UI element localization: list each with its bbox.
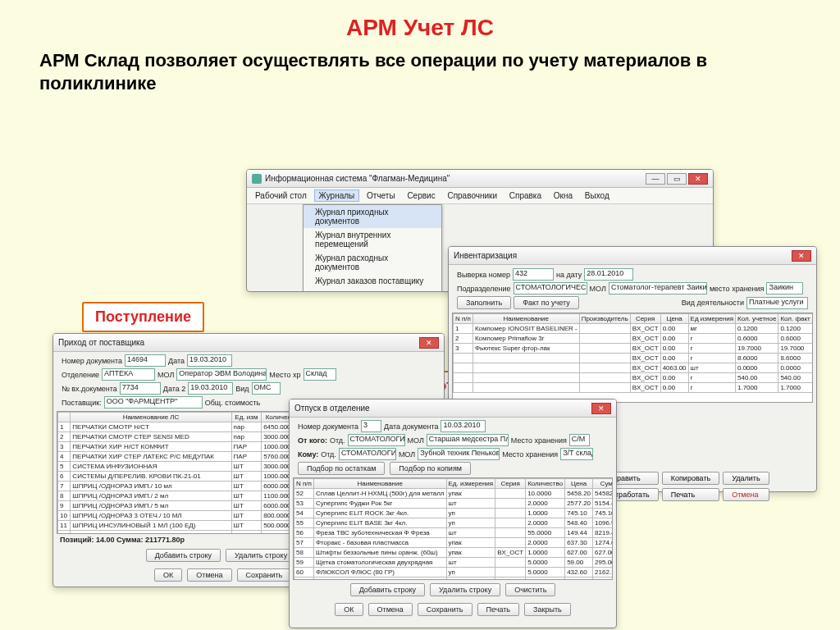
menu-service[interactable]: Сервис — [402, 189, 440, 202]
menu-windows[interactable]: Окна — [549, 189, 578, 202]
inv-fill-btn[interactable]: Заполнить — [457, 296, 511, 309]
inv-act[interactable]: Платные услуги — [746, 297, 808, 309]
menu-exit[interactable]: Выход — [580, 189, 614, 202]
dis-close[interactable]: ✕ — [591, 403, 611, 414]
journals-dropdown[interactable]: Журнал приходных документов Журнал внутр… — [303, 204, 442, 292]
inv-fact-btn[interactable]: Факт по учету — [514, 296, 579, 309]
menu-reports[interactable]: Отчеты — [362, 189, 400, 202]
dis-add[interactable]: Добавить строку — [350, 583, 425, 596]
dis-print[interactable]: Печать — [477, 603, 519, 616]
inv-store[interactable]: Заикин — [766, 282, 803, 294]
dropdown-expense[interactable]: Журнал расходных документов — [304, 251, 441, 274]
menu-journals[interactable]: Журналы — [314, 189, 360, 202]
side-copy[interactable]: Копировать — [662, 472, 719, 485]
inv-store-label: место хранения — [710, 285, 765, 293]
table-row[interactable]: 2Компомер Primaflow 3гBX_OCT0.00г0.60000… — [454, 334, 814, 344]
rec-close[interactable]: ✕ — [419, 337, 439, 349]
rec-date2[interactable]: 19.03.2010 — [188, 382, 233, 395]
slide-title: АРМ Учет ЛС — [0, 0, 840, 41]
dis-tstore[interactable]: З/Т склад — [560, 448, 593, 460]
rec-tot-l: Общ. стоимость — [205, 399, 261, 407]
dis-tmol[interactable]: Зубной техник Пеньков Н В — [418, 448, 500, 460]
menu-directories[interactable]: Справочники — [442, 189, 502, 202]
inv-checkno[interactable]: 432 — [513, 268, 554, 281]
rec-ok[interactable]: ОК — [154, 568, 182, 582]
dropdown-inventory[interactable]: Инвентаризация — [304, 288, 441, 292]
dis-fmol-l: МОЛ — [408, 436, 424, 445]
table-row[interactable]: BX_OCT0.00г8.60008.60000.00000.0000 — [454, 354, 814, 363]
rec-save[interactable]: Сохранить — [237, 568, 292, 582]
dis-save[interactable]: Сохранить — [418, 603, 472, 616]
rec-docno[interactable]: 14694 — [125, 354, 166, 367]
rec-add[interactable]: Добавить строку — [146, 549, 221, 562]
rec-pay[interactable]: ОМС — [252, 382, 281, 395]
menu-help[interactable]: Справка — [504, 189, 546, 202]
dis-date[interactable]: 10.03.2010 — [441, 420, 486, 432]
table-row[interactable]: 59Щетка стоматологическая двухряднаяшт5.… — [294, 558, 614, 568]
table-row[interactable]: 54Супергипс ELIT ROCK 3кг 4кл.уп1.000074… — [294, 509, 614, 518]
rec-del[interactable]: Удалить строку — [226, 549, 296, 562]
rec-mol-l: МОЛ — [158, 371, 174, 379]
main-title: Информационная система "Флагман-Медицина… — [265, 174, 450, 183]
dis-tdept[interactable]: СТОМАТОЛОГИЧ — [339, 448, 396, 460]
dis-del[interactable]: Удалить строку — [430, 583, 500, 596]
table-row[interactable]: BX_OCT0.00г540.00540.000.00000.0000 — [454, 373, 814, 383]
dropdown-internal[interactable]: Журнал внутренних перемещений — [304, 228, 441, 251]
inv-table[interactable]: N п/пНаименованиеПроизводительСерияЦенаЕ… — [453, 313, 813, 393]
inv-close[interactable]: ✕ — [792, 250, 811, 262]
app-icon — [252, 174, 262, 184]
table-row[interactable]: 55Супергипс ELIT BASE 3кг 4кл.уп2.000054… — [294, 518, 614, 528]
rec-pay-l: Вид — [235, 385, 249, 393]
table-row[interactable]: 57Фторакс - базовая пластмассаупак2.0000… — [294, 538, 614, 548]
close-button[interactable]: ✕ — [688, 173, 708, 185]
dis-closeb[interactable]: Закрыть — [524, 603, 571, 616]
inv-dept[interactable]: СТОМАТОЛОГИЧЕС — [514, 282, 587, 294]
rec-dept-l: Отделение — [62, 371, 99, 379]
rec-supplier[interactable]: ООО "ФАРМЦЕНТР" — [104, 396, 203, 409]
dropdown-income[interactable]: Журнал приходных документов — [304, 205, 441, 228]
rec-store[interactable]: Склад — [304, 368, 336, 381]
dis-fdept[interactable]: СТОМАТОЛОГИЧ — [348, 434, 405, 446]
max-button[interactable]: ▭ — [667, 173, 687, 185]
dis-table[interactable]: N п/пНаименованиеЕд. измеренияСерияКолич… — [294, 478, 613, 580]
table-row[interactable]: 52Сплав Целлит-Н НХМЦ (500г) для металлу… — [294, 489, 614, 499]
rec-title: Приход от поставщика — [58, 338, 144, 347]
table-row[interactable]: 1Компомер IONOSIT BASELINER -BX_OCT0.00м… — [454, 324, 814, 334]
rec-invno[interactable]: 7734 — [120, 382, 161, 395]
table-row[interactable]: 56Фреза ТВС зуботехническая Ф Фрезашт55.… — [294, 528, 614, 538]
rec-date2-l: Дата 2 — [163, 385, 185, 393]
side-delete[interactable]: Удалить — [723, 472, 769, 485]
rec-mol[interactable]: Оператор ЭВМ Володина А.С — [176, 368, 267, 381]
inv-mol[interactable]: Стоматолог-терапевт Заикин С — [609, 282, 707, 294]
table-row[interactable]: 60ФЛЮКСОЛ ФЛЮС (80 ГР)уп5.0000432.602162… — [294, 568, 614, 578]
side-print[interactable]: Печать — [662, 488, 719, 501]
min-button[interactable]: — — [646, 173, 665, 185]
inv-act-label: Вид деятельности — [682, 299, 744, 307]
table-row[interactable]: 3Фьютекс Super фтор-лакBX_OCT0.00г19.700… — [454, 344, 814, 354]
inv-date-label: на дату — [556, 271, 582, 279]
dis-pickcopy[interactable]: Подбор по копиям — [390, 462, 471, 475]
rec-undo[interactable]: Отмена — [187, 568, 231, 582]
dis-docno[interactable]: 3 — [361, 420, 381, 432]
dis-tdept-l: Отд. — [321, 450, 336, 459]
dropdown-orders[interactable]: Журнал заказов поставщику — [304, 274, 441, 288]
rec-date[interactable]: 19.03.2010 — [187, 354, 232, 367]
inv-date[interactable]: 28.01.2010 — [584, 268, 633, 281]
table-row[interactable]: BX_OCT4063.00шт0.00000.00000.00000.0000 — [454, 363, 814, 373]
table-row[interactable]: 58Штифты беззольные пины оранж. (60ш)упа… — [294, 548, 614, 558]
dis-pickrem[interactable]: Подбор по остаткам — [298, 462, 385, 475]
dis-fmol[interactable]: Старшая медсестра Платонова — [427, 434, 509, 446]
menu-desktop[interactable]: Рабочий стол — [250, 189, 312, 202]
table-row[interactable]: BX_OCT0.00г1.70001.70000.00000.0000 — [454, 383, 814, 393]
inv-checkno-label: Выверка номер — [457, 271, 510, 279]
rec-supp-l: Поставщик: — [62, 399, 102, 407]
dis-fstore[interactable]: С/М — [569, 434, 590, 446]
table-row[interactable]: 53Супергипс Фуджи Рок 5кгшт2.00002577.20… — [294, 499, 614, 509]
side-cancel[interactable]: Отмена — [723, 488, 769, 501]
main-menubar[interactable]: Рабочий стол Журналы Отчеты Сервис Справ… — [247, 188, 713, 204]
dis-undo[interactable]: Отмена — [368, 603, 413, 616]
rec-date-l: Дата — [168, 357, 185, 365]
dis-ok[interactable]: ОК — [335, 603, 363, 616]
dis-clr[interactable]: Очистить — [505, 583, 555, 596]
rec-dept[interactable]: АПТЕКА — [102, 368, 155, 381]
